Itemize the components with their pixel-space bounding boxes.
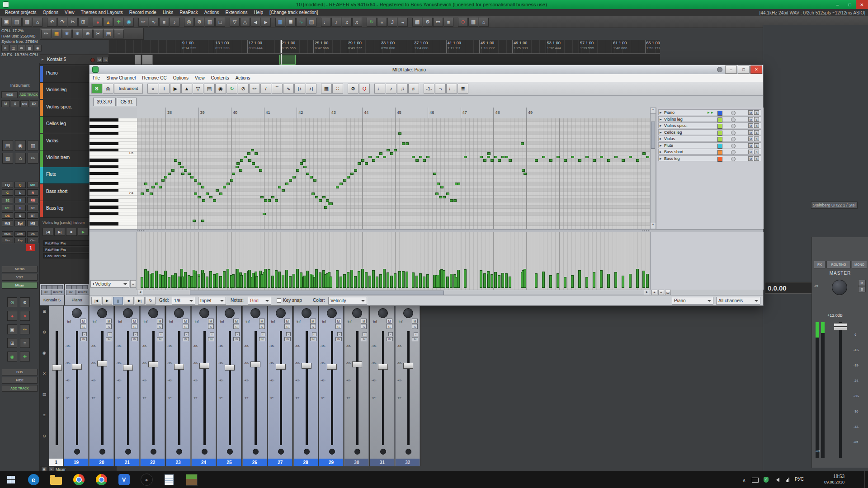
master-fader-handle[interactable] (834, 323, 847, 330)
mixer-strip-1[interactable]: 1 (49, 305, 63, 466)
record-arm-icon[interactable] (354, 449, 360, 455)
rail-icon[interactable]: ⌂ (15, 153, 26, 164)
midi-note[interactable] (600, 156, 603, 159)
midi-note[interactable] (259, 169, 262, 172)
channel-number[interactable]: 1 (49, 459, 63, 466)
black-key[interactable] (90, 149, 118, 152)
solo-button[interactable]: S (754, 143, 759, 148)
midi-note[interactable] (336, 186, 339, 188)
mixer-strip-23[interactable]: -infMSrIN-18--30--42--54-23 (166, 305, 191, 466)
velocity-bar[interactable] (223, 271, 226, 288)
grid-type-select[interactable]: triplet (198, 297, 226, 305)
toolbar-icon[interactable]: ▥ (205, 18, 215, 27)
toolbar-icon[interactable]: ▤ (12, 18, 22, 27)
mute-button[interactable]: M (412, 319, 418, 324)
midi-note[interactable] (275, 199, 278, 202)
mute-button[interactable]: M (335, 319, 341, 324)
input-button[interactable]: IN (183, 337, 189, 341)
rail-icon[interactable]: ▨ (2, 153, 13, 164)
phase-button[interactable]: r (261, 332, 265, 336)
record-arm-icon[interactable] (90, 58, 95, 62)
rail-tool-icon[interactable]: ⊞ (7, 338, 17, 348)
toolbar-icon[interactable]: □ (215, 18, 225, 27)
fx-chip-small-dmg[interactable]: DMG (2, 231, 13, 237)
mcp-mini-box[interactable] (57, 285, 63, 289)
midi-note[interactable] (146, 189, 149, 192)
midi-toolbar-icon[interactable]: ∿ (283, 84, 294, 94)
velocity-bar[interactable] (347, 272, 349, 288)
velocity-lane[interactable] (137, 232, 650, 290)
midi-note[interactable] (184, 169, 187, 172)
toolbar-icon[interactable]: ⊕ (83, 29, 93, 38)
solo-button[interactable]: S (132, 324, 137, 329)
fader-handle[interactable] (378, 364, 388, 370)
fader-handle[interactable] (148, 361, 158, 367)
mixer-strip-31[interactable]: -infMSrIN-18--30--42--54-31 (370, 305, 395, 466)
midi-note[interactable] (263, 213, 266, 216)
midi-toolbar-icon[interactable]: « (147, 84, 158, 94)
solo-button[interactable]: S (754, 123, 759, 128)
mute-button[interactable]: M (183, 319, 189, 324)
solo-button[interactable]: S (754, 156, 759, 161)
midi-note[interactable] (244, 156, 247, 159)
midi-note[interactable] (394, 149, 397, 152)
midi-note[interactable] (144, 183, 147, 185)
phase-button[interactable]: r (363, 332, 367, 336)
toolbar-icon[interactable]: ▦ (52, 29, 61, 38)
input-button[interactable]: IN (208, 337, 214, 341)
mixer-strip-27[interactable]: -infMSrIN-18--30--42--54-27 (268, 305, 292, 466)
toolbar-icon[interactable]: ▽ (230, 18, 240, 27)
midi-toolbar-icon[interactable]: ♩ (374, 84, 385, 94)
velocity-bar[interactable] (275, 270, 278, 288)
pin-icon[interactable] (717, 67, 722, 72)
midi-note[interactable] (302, 159, 306, 162)
midi-note[interactable] (494, 156, 497, 159)
mute-button[interactable]: M (748, 123, 753, 128)
midi-note[interactable] (174, 159, 177, 162)
record-arm-icon[interactable] (304, 449, 310, 455)
fx-chip-ms[interactable]: MS (27, 220, 38, 226)
velocity-bar[interactable] (168, 277, 170, 288)
solo-button[interactable]: S (310, 324, 316, 329)
master-solo-button[interactable]: S (858, 286, 866, 292)
mute-button[interactable]: M (748, 143, 753, 148)
velocity-bar[interactable] (336, 270, 339, 288)
input-button[interactable]: IN (233, 337, 240, 341)
mcp-strip-piano[interactable]: FXROUTEPiano (65, 284, 89, 305)
fx-chip-spl[interactable]: Spl (14, 220, 26, 226)
midi-menu-options[interactable]: Options (170, 74, 192, 82)
phase-button[interactable]: r (184, 332, 189, 336)
phase-button[interactable]: r (388, 332, 393, 336)
record-arm-icon[interactable] (380, 449, 386, 455)
midi-note[interactable] (255, 152, 258, 155)
midi-note[interactable] (443, 196, 446, 199)
velocity-bar[interactable] (361, 269, 364, 288)
black-key[interactable] (90, 206, 118, 209)
toolbar-icon[interactable]: ❄ (72, 29, 82, 38)
cc-lane-selector[interactable]: • Velocity (90, 280, 129, 288)
velocity-bar[interactable] (426, 274, 429, 288)
velocity-bar[interactable] (622, 276, 624, 288)
midi-note[interactable] (423, 159, 426, 162)
velocity-bar[interactable] (296, 269, 299, 288)
notepad-icon[interactable] (160, 473, 178, 486)
fx-chip-s2[interactable]: S2 (2, 197, 13, 203)
mixer-strip-26[interactable]: -infMSrIN-18--30--42--54-26 (242, 305, 267, 466)
velocity-bar[interactable] (319, 272, 321, 288)
fx-chip-c[interactable]: C (2, 189, 13, 196)
midi-note[interactable] (206, 192, 209, 195)
midi-note[interactable] (264, 199, 267, 202)
master-pan-knob[interactable] (832, 280, 847, 295)
master-mute-button[interactable]: M (858, 280, 866, 286)
toolbar-icon[interactable]: ∿ (149, 18, 159, 27)
midi-toolbar-icon[interactable]: ✏ (249, 84, 260, 94)
fader-handle[interactable] (276, 364, 286, 370)
toolbar-icon[interactable]: ◉ (124, 18, 134, 27)
black-key[interactable] (90, 118, 118, 122)
midi-note[interactable] (296, 169, 299, 172)
input-button[interactable]: IN (361, 337, 367, 341)
midi-note[interactable] (433, 173, 436, 175)
midi-note[interactable] (498, 159, 501, 162)
velocity-bar[interactable] (571, 275, 574, 288)
midi-note[interactable] (522, 169, 525, 172)
